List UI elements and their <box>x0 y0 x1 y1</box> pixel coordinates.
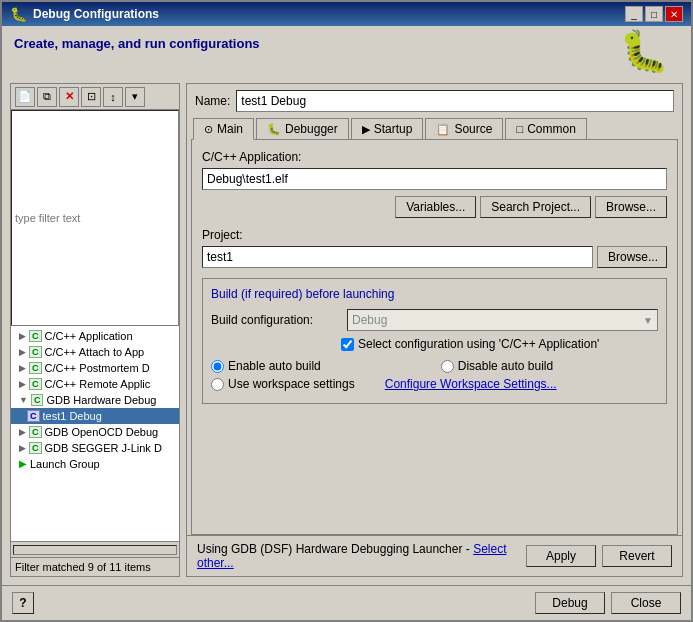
tab-source[interactable]: 📋 Source <box>425 118 503 139</box>
maximize-btn[interactable]: □ <box>645 6 663 22</box>
tree-item-label: GDB Hardware Debug <box>46 394 156 406</box>
close-btn[interactable]: Close <box>611 592 681 614</box>
tab-common[interactable]: □ Common <box>505 118 586 139</box>
filter-footer: Filter matched 9 of 11 items <box>11 557 179 576</box>
select-arrow-icon: ▼ <box>643 315 653 326</box>
radio-enable-auto[interactable]: Enable auto build <box>211 359 321 373</box>
tree-item[interactable]: ▶ C C/C++ Postmortem D <box>11 360 179 376</box>
project-label: Project: <box>202 228 667 242</box>
apply-btn[interactable]: Apply <box>526 545 596 567</box>
filter-btn[interactable]: ⊡ <box>81 87 101 107</box>
build-section: Build (if required) before launching Bui… <box>202 278 667 404</box>
c-icon: C <box>29 330 42 342</box>
left-panel: 📄 ⧉ ✕ ⊡ ↕ ▾ ▶ C C/C++ Application▶ C C/C… <box>10 83 180 577</box>
dialog-header: Create, manage, and run configurations 🐛 <box>2 26 691 83</box>
title-bar: 🐛 Debug Configurations _ □ ✕ <box>2 2 691 26</box>
tab-debugger[interactable]: 🐛 Debugger <box>256 118 349 139</box>
radio-workspace[interactable]: Use workspace settings <box>211 377 355 391</box>
bottom-bar: Using GDB (DSF) Hardware Debugging Launc… <box>187 535 682 576</box>
configure-workspace-link[interactable]: Configure Workspace Settings... <box>385 377 557 391</box>
new-config-btn[interactable]: 📄 <box>15 87 35 107</box>
close-title-btn[interactable]: ✕ <box>665 6 683 22</box>
build-section-title: Build (if required) before launching <box>211 287 658 301</box>
expand-icon: ▶ <box>19 347 26 357</box>
auto-config-checkbox[interactable] <box>341 338 354 351</box>
duplicate-btn[interactable]: ⧉ <box>37 87 57 107</box>
collapse-icon: ▼ <box>19 395 28 405</box>
tree-item[interactable]: ▶ C C/C++ Attach to App <box>11 344 179 360</box>
expand-icon: ▶ <box>19 379 26 389</box>
expand-icon: ▶ <box>19 443 26 453</box>
project-row: Browse... <box>202 246 667 268</box>
tab-main[interactable]: ⊙ Main <box>193 118 254 140</box>
build-config-label: Build configuration: <box>211 313 341 327</box>
app-path-input[interactable] <box>202 168 667 190</box>
startup-tab-icon: ▶ <box>362 123 370 136</box>
app-btn-row: Variables... Search Project... Browse... <box>202 196 667 218</box>
build-config-row: Build configuration: Debug ▼ <box>211 309 658 331</box>
enable-auto-radio[interactable] <box>211 360 224 373</box>
tree-item-label: C/C++ Application <box>45 330 133 342</box>
tree-item[interactable]: ▶ Launch Group <box>11 456 179 472</box>
tree-item[interactable]: ▶ C GDB OpenOCD Debug <box>11 424 179 440</box>
c-icon: C <box>29 346 42 358</box>
common-tab-icon: □ <box>516 123 523 135</box>
name-label: Name: <box>195 94 230 108</box>
delete-btn[interactable]: ✕ <box>59 87 79 107</box>
app-section-label: C/C++ Application: <box>202 150 667 164</box>
tree-item-label: GDB SEGGER J-Link D <box>45 442 162 454</box>
tree-item[interactable]: ▶ C C/C++ Remote Applic <box>11 376 179 392</box>
enable-auto-label: Enable auto build <box>228 359 321 373</box>
right-panel: Name: ⊙ Main 🐛 Debugger ▶ Startup <box>186 83 683 577</box>
expand-icon: ▶ <box>19 363 26 373</box>
launcher-text: Using GDB (DSF) Hardware Debugging Launc… <box>197 542 520 570</box>
horizontal-scrollbar-area <box>11 541 179 557</box>
project-input[interactable] <box>202 246 593 268</box>
tree-item[interactable]: C test1 Debug <box>11 408 179 424</box>
debugger-tab-icon: 🐛 <box>267 123 281 136</box>
name-row: Name: <box>187 84 682 118</box>
c-icon: C <box>31 394 44 406</box>
auto-config-label: Select configuration using 'C/C++ Applic… <box>358 337 599 351</box>
disable-auto-radio[interactable] <box>441 360 454 373</box>
variables-btn[interactable]: Variables... <box>395 196 476 218</box>
expand-icon: ▶ <box>19 427 26 437</box>
c-icon: C <box>29 378 42 390</box>
minimize-btn[interactable]: _ <box>625 6 643 22</box>
project-section: Project: Browse... <box>202 228 667 268</box>
dropdown-btn[interactable]: ▾ <box>125 87 145 107</box>
tab-bar: ⊙ Main 🐛 Debugger ▶ Startup 📋 Source <box>187 118 682 139</box>
tree-item[interactable]: ▶ C C/C++ Application <box>11 328 179 344</box>
name-input[interactable] <box>236 90 674 112</box>
help-btn[interactable]: ? <box>12 592 34 614</box>
filter-input[interactable] <box>11 110 179 326</box>
tree-item-label: C/C++ Attach to App <box>45 346 145 358</box>
tree-item[interactable]: ▶ C GDB SEGGER J-Link D <box>11 440 179 456</box>
expand-icon: ▶ <box>19 331 26 341</box>
source-tab-icon: 📋 <box>436 123 450 136</box>
main-tab-icon: ⊙ <box>204 123 213 136</box>
sort-btn[interactable]: ↕ <box>103 87 123 107</box>
radio-row-1: Enable auto build Disable auto build <box>211 359 658 373</box>
search-project-btn[interactable]: Search Project... <box>480 196 591 218</box>
c-icon: C <box>29 362 42 374</box>
bug-decorative-icon: 🐛 <box>619 28 669 75</box>
build-config-select[interactable]: Debug ▼ <box>347 309 658 331</box>
tree-item[interactable]: ▼ C GDB Hardware Debug <box>11 392 179 408</box>
radio-disable-auto[interactable]: Disable auto build <box>441 359 553 373</box>
tab-startup[interactable]: ▶ Startup <box>351 118 424 139</box>
workspace-radio[interactable] <box>211 378 224 391</box>
revert-btn[interactable]: Revert <box>602 545 672 567</box>
c-icon: C <box>29 442 42 454</box>
workspace-label: Use workspace settings <box>228 377 355 391</box>
tree-item-label: C/C++ Remote Applic <box>45 378 151 390</box>
horizontal-scrollbar[interactable] <box>13 545 177 555</box>
dialog-footer: ? Debug Close <box>2 585 691 620</box>
debug-btn[interactable]: Debug <box>535 592 605 614</box>
tree-item-label: GDB OpenOCD Debug <box>45 426 159 438</box>
launch-icon: ▶ <box>19 458 27 469</box>
browse-btn-2[interactable]: Browse... <box>597 246 667 268</box>
browse-btn-1[interactable]: Browse... <box>595 196 667 218</box>
left-toolbar: 📄 ⧉ ✕ ⊡ ↕ ▾ <box>11 84 179 110</box>
tree-item-label: Launch Group <box>30 458 100 470</box>
